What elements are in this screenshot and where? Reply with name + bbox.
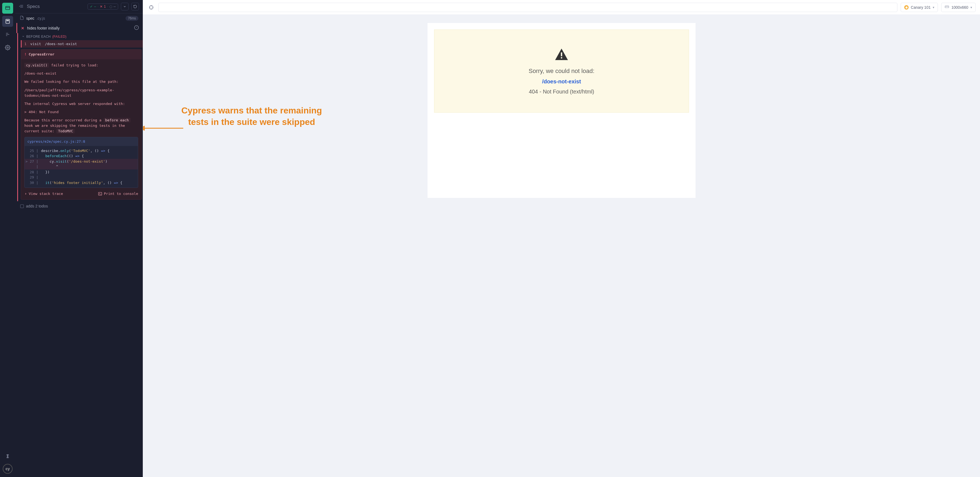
annotation-text: Cypress warns that the remaining tests i… [181, 105, 322, 128]
error-block: ! CypressError cy.visit() failed trying … [21, 49, 142, 200]
error-line3: 404 - Not Found (text/html) [529, 89, 594, 95]
view-stack-trace-link[interactable]: View stack trace [24, 191, 63, 197]
svg-rect-2 [6, 19, 9, 24]
code-frame-header[interactable]: cypress/e2e/spec.cy.js:27:8 [25, 137, 138, 146]
nav-runs-icon[interactable] [2, 29, 13, 40]
hook-status: (FAILED) [52, 35, 67, 38]
warning-triangle-icon [553, 47, 570, 64]
spec-name: spec [26, 16, 35, 21]
selector-playground-icon[interactable] [148, 3, 155, 11]
check-icon: ✓ [90, 5, 93, 8]
reporter-panel: Specs ✓ -- · ✕ 1 · ◌ -- spec.cy.js [15, 0, 143, 477]
test-name: hides footer initially [27, 26, 131, 30]
skipped-test-name: adds 2 todos [26, 204, 48, 208]
error-msg: The internal Cypress web server responde… [24, 101, 138, 106]
hook-name: BEFORE EACH [26, 35, 51, 38]
canary-icon: ◉ [904, 5, 908, 10]
x-icon: ✕ [21, 26, 24, 30]
chevron-down-icon[interactable] [121, 3, 129, 10]
ruler-icon [945, 5, 949, 10]
circle-icon: ◌ [110, 5, 112, 8]
spec-ext: .cy.js [37, 16, 45, 21]
hook-header[interactable]: BEFORE EACH (FAILED) [21, 33, 143, 40]
chevron-down-icon [22, 35, 25, 38]
keyboard-shortcuts-icon[interactable] [2, 451, 13, 462]
pass-count: -- [94, 5, 96, 8]
reporter-header: Specs ✓ -- · ✕ 1 · ◌ -- [15, 0, 143, 13]
print-to-console-link[interactable]: Print to console [98, 191, 138, 197]
error-code: cy.visit() [24, 63, 49, 68]
error-status: > 404: Not Found [24, 109, 138, 115]
skip-count: -- [113, 5, 116, 8]
error-fspath: /Users/pauljaffre/cypress/cypress-exampl… [24, 87, 138, 98]
nav-settings-icon[interactable] [2, 42, 13, 53]
x-icon: ✕ [100, 5, 103, 8]
warning-icon [134, 25, 139, 31]
chevron-down-icon: ▾ [970, 5, 972, 9]
chevron-down-icon: ▾ [933, 5, 934, 9]
error-msg: We failed looking for this file at the p… [24, 79, 138, 84]
fail-count: 1 [104, 5, 106, 8]
aut-viewport: Sorry, we could not load: /does-not-exis… [143, 15, 980, 477]
error-msg: Because this error occurred during a bef… [24, 117, 138, 134]
command-name: visit [30, 42, 41, 46]
aut-header: ◉ Canary 101 ▾ 1000x660 ▾ [143, 0, 980, 15]
aut-frame: Sorry, we could not load: /does-not-exis… [428, 23, 695, 198]
command-number: 1 [24, 42, 27, 46]
duration-chip: 76ms [126, 16, 138, 21]
run-stats: ✓ -- · ✕ 1 · ◌ -- [88, 3, 118, 10]
svg-point-7 [7, 47, 8, 48]
nav-rail: cy [0, 0, 15, 477]
svg-rect-21 [945, 6, 949, 8]
svg-rect-3 [7, 20, 9, 21]
command-row[interactable]: 1 visit /does-not-exist [21, 40, 143, 48]
viewport-selector[interactable]: 1000x660 ▾ [941, 3, 975, 12]
url-bar[interactable] [158, 3, 897, 12]
error-line2: /does-not-exist [542, 78, 581, 85]
nav-specs-icon[interactable] [2, 16, 13, 27]
spec-file-row[interactable]: spec.cy.js 76ms [15, 13, 143, 23]
command-arg: /does-not-exist [45, 42, 77, 46]
error-title: CypressError [29, 52, 54, 57]
test-row[interactable]: ✕ hides footer initially [16, 23, 143, 33]
file-icon [20, 16, 24, 21]
logo-icon[interactable] [2, 3, 13, 14]
browser-name: Canary 101 [911, 5, 931, 10]
load-error-panel: Sorry, we could not load: /does-not-exis… [434, 30, 689, 113]
browser-selector[interactable]: ◉ Canary 101 ▾ [901, 3, 938, 12]
collapse-sidebar-icon[interactable] [19, 4, 24, 10]
svg-rect-27 [561, 57, 562, 59]
bang-icon: ! [24, 52, 27, 57]
annotation-arrow [143, 124, 185, 132]
svg-rect-26 [561, 52, 562, 56]
cypress-logo-icon[interactable]: cy [3, 464, 13, 474]
viewport-size: 1000x660 [951, 5, 968, 10]
panel-title: Specs [27, 4, 85, 9]
checkbox-empty-icon [20, 204, 24, 208]
aut-panel: ◉ Canary 101 ▾ 1000x660 ▾ Sorry, we coul… [143, 0, 980, 477]
restart-icon[interactable] [131, 3, 139, 10]
skipped-test-row[interactable]: adds 2 todos [15, 201, 143, 211]
svg-rect-0 [6, 6, 10, 10]
error-line1: Sorry, we could not load: [529, 68, 595, 74]
code-frame: cypress/e2e/spec.cy.js:27:8 25 |describe… [24, 137, 138, 188]
error-path: /does-not-exist [24, 71, 138, 76]
